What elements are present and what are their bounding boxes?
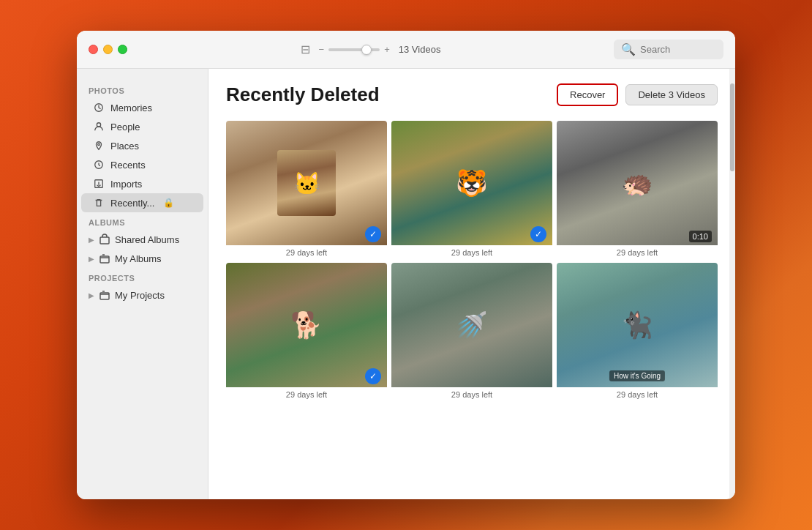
my-albums-label: My Albums <box>115 253 162 264</box>
places-icon <box>93 140 105 152</box>
sidebar-item-my-albums[interactable]: ▶ My Albums <box>81 249 203 268</box>
my-projects-label: My Projects <box>115 290 165 301</box>
photo-grid: 🐱 ✓ 29 days left 🐯 ✓ 29 days left <box>226 121 718 400</box>
content-area: Recently Deleted Recover Delete 3 Videos… <box>208 69 735 499</box>
projects-section-title: Projects <box>77 268 208 285</box>
photo-days-label: 29 days left <box>557 387 718 400</box>
photo-thumbnail: 🐯 <box>391 121 552 245</box>
photo-thumbnail: 🐕 <box>226 263 387 387</box>
delete-videos-button[interactable]: Delete 3 Videos <box>625 84 718 105</box>
photo-days-label: 29 days left <box>226 245 387 258</box>
selected-check: ✓ <box>365 368 381 384</box>
traffic-lights <box>89 45 127 54</box>
places-label: Places <box>110 141 139 152</box>
close-button[interactable] <box>89 45 98 54</box>
content-header: Recently Deleted Recover Delete 3 Videos <box>226 83 718 106</box>
sidebar: Photos Memories People <box>77 69 208 499</box>
people-icon <box>93 121 105 132</box>
lock-badge: 🔒 <box>163 198 174 208</box>
zoom-slider[interactable] <box>328 48 380 51</box>
shared-albums-icon <box>99 234 110 245</box>
my-albums-chevron: ▶ <box>89 255 94 263</box>
scrollbar[interactable] <box>729 69 735 499</box>
my-projects-icon <box>99 289 110 301</box>
search-icon: 🔍 <box>621 42 636 56</box>
photo-item[interactable]: 🐈‍⬛ How it's Going 29 days left <box>557 263 718 400</box>
shared-albums-label: Shared Albums <box>115 234 179 245</box>
photo-thumbnail: 🐈‍⬛ How it's Going <box>557 263 718 387</box>
photo-item[interactable]: 🚿 29 days left <box>391 263 552 400</box>
video-count: 13 Videos <box>399 44 441 55</box>
sidebar-item-memories[interactable]: Memories <box>81 98 203 117</box>
photo-item[interactable]: 🐯 ✓ 29 days left <box>391 121 552 258</box>
sidebar-item-places[interactable]: Places <box>81 136 203 155</box>
search-box[interactable]: 🔍 <box>614 40 723 59</box>
svg-point-1 <box>97 123 100 127</box>
photo-days-label: 29 days left <box>557 245 718 258</box>
page-title: Recently Deleted <box>226 83 380 106</box>
photos-section-title: Photos <box>77 81 208 98</box>
maximize-button[interactable] <box>118 45 127 54</box>
photo-item[interactable]: 🦔 0:10 29 days left <box>557 121 718 258</box>
sidebar-item-people[interactable]: People <box>81 117 203 136</box>
people-label: People <box>110 122 140 132</box>
memories-icon <box>93 102 105 113</box>
photo-days-label: 29 days left <box>391 387 552 400</box>
imports-icon <box>93 178 105 190</box>
recover-button[interactable]: Recover <box>557 83 618 106</box>
sidebar-item-recently-deleted[interactable]: Recently... 🔒 <box>81 193 203 212</box>
svg-rect-5 <box>100 237 109 244</box>
my-albums-icon <box>99 253 110 264</box>
titlebar: ⊟ − + 13 Videos 🔍 <box>77 31 735 69</box>
photo-item[interactable]: 🐕 ✓ 29 days left <box>226 263 387 400</box>
svg-point-2 <box>98 143 100 146</box>
albums-section-title: Albums <box>77 212 208 230</box>
zoom-thumb <box>361 45 372 55</box>
trash-icon <box>93 197 105 209</box>
imports-label: Imports <box>110 179 142 190</box>
view-mode-icon: ⊟ <box>301 42 310 56</box>
photo-item[interactable]: 🐱 ✓ 29 days left <box>226 121 387 258</box>
sidebar-item-recents[interactable]: Recents <box>81 155 203 174</box>
scrollbar-thumb <box>730 83 734 171</box>
photo-days-label: 29 days left <box>226 387 387 400</box>
minimize-button[interactable] <box>103 45 113 54</box>
video-duration: 0:10 <box>689 231 712 242</box>
recents-icon <box>93 159 105 171</box>
recents-label: Recents <box>110 160 146 171</box>
photo-thumbnail: 🦔 <box>557 121 718 245</box>
sidebar-item-my-projects[interactable]: ▶ My Projects <box>81 285 203 305</box>
main-content: Photos Memories People <box>77 69 735 499</box>
selected-check: ✓ <box>365 226 381 242</box>
my-projects-chevron: ▶ <box>89 291 94 299</box>
search-input[interactable] <box>640 44 716 55</box>
photo-thumbnail: 🐱 <box>226 121 387 245</box>
photo-days-label: 29 days left <box>391 245 552 258</box>
zoom-minus[interactable]: − <box>319 44 325 55</box>
photo-thumbnail: 🚿 <box>391 263 552 387</box>
app-window: ⊟ − + 13 Videos 🔍 Photos <box>77 31 735 499</box>
toolbar-center: ⊟ − + 13 Videos <box>139 42 602 56</box>
action-buttons: Recover Delete 3 Videos <box>557 83 718 106</box>
recently-deleted-label: Recently... <box>110 198 154 209</box>
memories-label: Memories <box>110 102 152 113</box>
sidebar-item-shared-albums[interactable]: ▶ Shared Albums <box>81 230 203 249</box>
zoom-plus[interactable]: + <box>384 44 390 55</box>
sidebar-item-imports[interactable]: Imports <box>81 174 203 193</box>
selected-check: ✓ <box>530 226 546 242</box>
zoom-controls: − + <box>319 44 390 55</box>
shared-albums-chevron: ▶ <box>89 236 94 244</box>
